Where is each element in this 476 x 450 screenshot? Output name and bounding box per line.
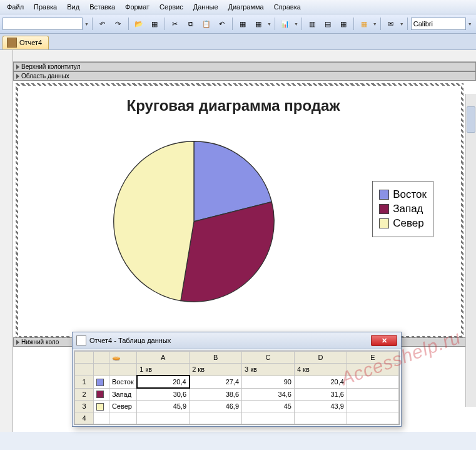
highlight-icon[interactable]: ▦	[357, 17, 371, 31]
open-icon[interactable]: 📂	[132, 17, 146, 31]
chart-selection-frame[interactable]: Круговая диаграмма продаж ВостокЗападСев…	[16, 83, 463, 339]
section-label: Область данных	[21, 73, 69, 79]
chart-legend: ВостокЗападСевер	[372, 181, 433, 237]
vertical-scrollbar[interactable]	[465, 94, 476, 407]
chevron-down-icon[interactable]: ▼	[267, 22, 271, 26]
table-icon[interactable]: ▦	[148, 17, 161, 31]
undo-button[interactable]: ↶	[96, 17, 109, 31]
dialog-title: Отчет4 - Таблица данных	[89, 337, 171, 344]
toolbar: ▼ ↶ ↷ 📂 ▦ ✂ ⧉ 📋 ↶ ▦ ▦ ▼ 📊 ▼ ▥ ▤ ▦ ▦ ▼ ✉ …	[0, 14, 476, 34]
chevron-down-icon[interactable]: ▼	[294, 22, 298, 26]
chevron-down-icon[interactable]: ▼	[373, 22, 377, 26]
chart-title: Круговая диаграмма продаж	[28, 97, 438, 115]
grid2-icon[interactable]: ▦	[251, 17, 265, 31]
cut-icon[interactable]: ✂	[168, 17, 182, 31]
col2-icon[interactable]: ▤	[321, 17, 335, 31]
vertical-ruler	[0, 50, 13, 432]
section-page-header[interactable]: Верхний колонтитул	[13, 62, 476, 71]
section-detail[interactable]: Область данных	[13, 71, 476, 81]
chevron-down-icon[interactable]: ▼	[84, 22, 89, 26]
menu-file[interactable]: Файл	[3, 1, 28, 13]
tab-label: Отчет4	[19, 39, 42, 46]
copy-icon[interactable]: ⧉	[184, 17, 198, 31]
menu-service[interactable]: Сервис	[155, 1, 188, 13]
data-grid[interactable]: 🥧ABCDE1 кв2 кв3 кв4 кв1Восток20,427,4902…	[74, 350, 400, 425]
redo-button[interactable]: ↷	[111, 17, 125, 31]
scroll-thumb[interactable]	[467, 106, 475, 133]
tab-report[interactable]: Отчет4	[3, 36, 49, 49]
menu-diagram[interactable]: Диаграмма	[224, 1, 268, 13]
col3-icon[interactable]: ▦	[337, 17, 350, 31]
mail-icon[interactable]: ✉	[384, 17, 398, 31]
font-combo[interactable]	[411, 18, 466, 30]
view-combo[interactable]	[3, 18, 83, 30]
tab-bar: Отчет4	[0, 34, 476, 50]
menu-view[interactable]: Вид	[63, 1, 84, 13]
table-icon	[76, 335, 86, 345]
section-label: Нижний коло	[21, 339, 59, 345]
pie-chart	[109, 137, 278, 306]
paste-icon[interactable]: 📋	[200, 17, 213, 31]
menu-format[interactable]: Формат	[121, 1, 154, 13]
menu-data[interactable]: Данные	[189, 1, 223, 13]
dialog-titlebar[interactable]: Отчет4 - Таблица данных ✕	[73, 332, 401, 349]
menu-bar: Файл Правка Вид Вставка Формат Сервис Да…	[0, 0, 476, 14]
col-icon[interactable]: ▥	[305, 17, 319, 31]
data-table-window[interactable]: Отчет4 - Таблица данных ✕ 🥧ABCDE1 кв2 кв…	[72, 332, 402, 427]
chart-icon[interactable]: 📊	[278, 17, 292, 31]
chevron-down-icon[interactable]: ▼	[468, 22, 472, 26]
section-label: Верхний колонтитул	[21, 63, 81, 70]
horizontal-ruler	[13, 50, 476, 62]
chevron-down-icon[interactable]: ▼	[400, 22, 404, 26]
close-button[interactable]: ✕	[371, 335, 397, 346]
grid-icon[interactable]: ▦	[236, 17, 250, 31]
report-icon	[7, 38, 17, 48]
menu-help[interactable]: Справка	[270, 1, 305, 13]
undo2-icon[interactable]: ↶	[215, 17, 229, 31]
chart-object[interactable]: Круговая диаграмма продаж ВостокЗападСев…	[28, 93, 438, 329]
menu-insert[interactable]: Вставка	[85, 1, 119, 13]
menu-edit[interactable]: Правка	[29, 1, 61, 13]
